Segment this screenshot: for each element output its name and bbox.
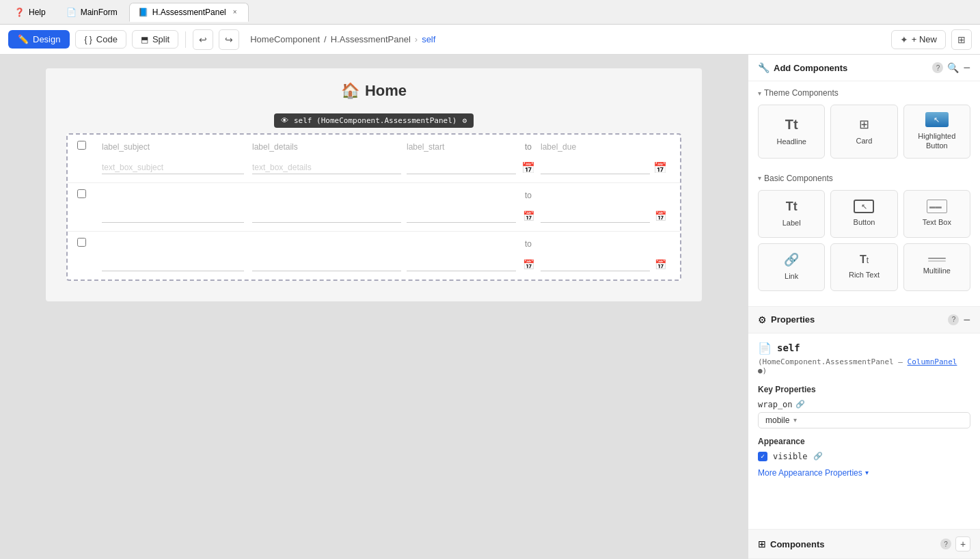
- tab-help-label: Help: [29, 8, 46, 17]
- row2-check-input[interactable]: [77, 189, 86, 198]
- component-headline[interactable]: Tt Headline: [758, 105, 825, 159]
- components-help-icon[interactable]: ?: [940, 538, 951, 549]
- row3-checkbox[interactable]: [77, 237, 102, 249]
- add-component-button[interactable]: +: [955, 536, 970, 551]
- more-appearance-button[interactable]: More Appearance Properties ▾: [758, 468, 970, 478]
- right-panel: 🔧 Add Components ? 🔍 − ▾ Theme Component…: [748, 55, 980, 559]
- input-details-3[interactable]: [252, 258, 401, 271]
- breadcrumb-current: self: [422, 34, 435, 44]
- row3-start-input[interactable]: [407, 258, 516, 271]
- settings-icon[interactable]: ⚙: [462, 116, 467, 125]
- row3-check-input[interactable]: [77, 238, 86, 247]
- add-components-help-icon[interactable]: ?: [932, 62, 943, 73]
- row2-start-input[interactable]: [407, 209, 516, 223]
- theme-label-text: Theme Components: [764, 88, 839, 98]
- input-start-2[interactable]: [407, 210, 516, 223]
- redo-button[interactable]: ↪: [219, 29, 239, 50]
- code-button[interactable]: { } Code: [75, 30, 126, 49]
- component-highlighted-button[interactable]: ↖ Highlighted Button: [903, 105, 970, 159]
- search-icon[interactable]: 🔍: [947, 62, 959, 73]
- layout-toggle-button[interactable]: ⊞: [951, 29, 972, 50]
- row2-details-input[interactable]: [252, 209, 407, 223]
- input-details-2[interactable]: [252, 210, 401, 223]
- input-details[interactable]: [252, 161, 401, 174]
- tab-assessment-label: H.AssessmentPanel: [152, 8, 226, 17]
- card-label: Card: [856, 136, 873, 146]
- row3-details-input[interactable]: [252, 258, 407, 271]
- row3-subject-input[interactable]: [102, 258, 252, 271]
- row1-details-input[interactable]: [252, 161, 407, 174]
- breadcrumb-arrow: ›: [415, 34, 418, 44]
- button-comp-icon: ↖: [854, 200, 874, 213]
- input-subject-2[interactable]: [102, 210, 244, 223]
- properties-collapse-button[interactable]: −: [963, 314, 970, 326]
- input-subject-3[interactable]: [102, 258, 244, 271]
- text-box-label: Text Box: [923, 217, 951, 227]
- tab-close-icon[interactable]: ×: [230, 8, 240, 17]
- component-rich-text[interactable]: Tt Rich Text: [830, 243, 897, 291]
- wrap-on-select[interactable]: mobile ▾: [758, 412, 970, 428]
- new-button[interactable]: ✦ + New: [891, 30, 946, 49]
- component-button[interactable]: ↖ Button: [830, 190, 897, 238]
- design-button[interactable]: ✏️ Design: [8, 30, 70, 49]
- code-label: Code: [96, 34, 118, 44]
- visible-row: ✓ visible 🔗: [758, 452, 970, 461]
- tab-help[interactable]: ❓ Help: [5, 3, 55, 22]
- col-to-3: to: [516, 237, 541, 249]
- input-subject[interactable]: [102, 161, 244, 174]
- row3-due-input[interactable]: [541, 258, 650, 271]
- input-start-3[interactable]: [407, 258, 516, 271]
- undo-icon: ↩: [199, 34, 207, 45]
- input-due-3[interactable]: [541, 258, 650, 271]
- card-icon: ⊞: [859, 117, 869, 132]
- row2-checkbox[interactable]: [77, 189, 102, 201]
- tab-assessment-panel[interactable]: 📘 H.AssessmentPanel ×: [129, 3, 249, 22]
- cursor-icon: ↖: [934, 115, 940, 124]
- prop-type: (HomeComponent.AssessmentPanel – ColumnP…: [758, 357, 970, 375]
- calendar-icon-1[interactable]: 📅: [521, 162, 535, 174]
- calendar-icon-5[interactable]: 📅: [523, 259, 534, 270]
- row1-subject-input[interactable]: [102, 161, 252, 174]
- component-label[interactable]: Tt Label: [758, 190, 825, 238]
- prop-type-link[interactable]: ColumnPanel: [908, 357, 957, 366]
- col-to-2: to: [516, 189, 541, 201]
- row3-inputs: 📅 📅: [68, 255, 680, 280]
- highlighted-button-icon: ↖: [925, 112, 949, 127]
- component-multiline[interactable]: Multiline: [903, 243, 970, 291]
- wrap-on-link-icon[interactable]: 🔗: [795, 400, 805, 409]
- highlighted-button-label: Highlighted Button: [908, 131, 966, 151]
- theme-components-label[interactable]: ▾ Theme Components: [758, 88, 970, 98]
- calendar-icon-6[interactable]: 📅: [655, 259, 666, 270]
- input-start[interactable]: [407, 161, 516, 174]
- calendar-icon-3[interactable]: 📅: [523, 210, 534, 221]
- row1-checkbox[interactable]: [77, 140, 102, 152]
- input-due-2[interactable]: [541, 210, 650, 223]
- more-appearance-chevron-icon: ▾: [865, 469, 869, 476]
- layout-icon: ⊞: [957, 34, 966, 45]
- properties-help-icon[interactable]: ?: [948, 314, 959, 325]
- row3-labels: to: [68, 232, 680, 255]
- undo-button[interactable]: ↩: [193, 29, 213, 50]
- visible-link-icon[interactable]: 🔗: [813, 452, 823, 461]
- row1-start-input[interactable]: [407, 161, 516, 174]
- row1-check-input[interactable]: [77, 141, 86, 150]
- col-cal-4: 📅: [650, 210, 670, 222]
- row2-subject-input[interactable]: [102, 209, 252, 223]
- visible-checkbox[interactable]: ✓: [758, 452, 767, 461]
- assessment-panel[interactable]: label_subject label_details label_start …: [66, 133, 681, 281]
- tab-mainform[interactable]: 📄 MainForm: [57, 3, 126, 22]
- prop-component-icon: 📄: [758, 342, 772, 355]
- main-area: 🏠 Home 👁 self (HomeComponent.AssessmentP…: [0, 55, 980, 559]
- component-card[interactable]: ⊞ Card: [830, 105, 897, 159]
- design-icon: ✏️: [18, 34, 29, 44]
- add-components-collapse-button[interactable]: −: [963, 62, 970, 74]
- component-text-box[interactable]: ▬▬ Text Box: [903, 190, 970, 238]
- row1-due-input[interactable]: [541, 161, 650, 174]
- split-button[interactable]: ⬒ Split: [132, 30, 178, 49]
- row2-due-input[interactable]: [541, 209, 650, 223]
- calendar-icon-2[interactable]: 📅: [653, 162, 667, 174]
- basic-components-label[interactable]: ▾ Basic Components: [758, 174, 970, 183]
- component-link[interactable]: 🔗 Link: [758, 243, 825, 291]
- input-due[interactable]: [541, 161, 650, 174]
- calendar-icon-4[interactable]: 📅: [655, 210, 666, 221]
